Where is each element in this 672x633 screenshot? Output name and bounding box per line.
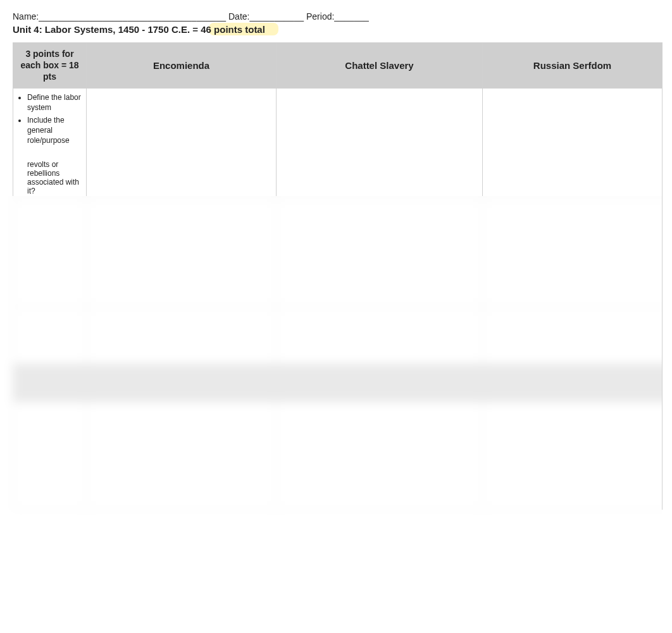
prompt-item: Define the labor system: [27, 92, 81, 113]
col-header-chattel: Chattel Slavery: [277, 43, 483, 89]
answer-cell: [277, 199, 483, 307]
answer-cell: [87, 199, 277, 307]
prompt-item: revolts or rebellions associated with it…: [18, 160, 81, 195]
col-header: [483, 364, 663, 402]
table-row: Define the labor system Include the gene…: [13, 88, 663, 199]
period-label: Period:_______: [306, 11, 369, 22]
row-prompt: [13, 402, 87, 509]
answer-cell: [87, 402, 277, 509]
prompt-item: Include the general role/purpose: [27, 115, 81, 146]
col-header-serfdom: Russian Serfdom: [483, 43, 663, 89]
answer-cell: [483, 402, 663, 509]
row-prompt: [13, 307, 87, 364]
answer-cell: [87, 88, 277, 199]
table-row: [13, 199, 663, 307]
table-header-row: 3 points for each box = 18 pts Encomiend…: [13, 43, 663, 89]
name-label: Name:___________________________________…: [13, 11, 226, 22]
points-header: [13, 364, 87, 402]
header-line: Name:___________________________________…: [13, 11, 672, 22]
answer-cell: [483, 199, 663, 307]
col-header-encomienda: Encomienda: [87, 43, 277, 89]
answer-cell: [277, 88, 483, 199]
answer-cell: [483, 307, 663, 364]
answer-cell: [277, 307, 483, 364]
date-label: Date:___________: [228, 11, 304, 22]
unit-title: Unit 4: Labor Systems, 1450 - 1750 C.E. …: [13, 24, 265, 35]
row-prompt: [13, 199, 87, 307]
labor-systems-table: 3 points for each box = 18 pts Encomiend…: [13, 42, 663, 510]
col-header: [277, 364, 483, 402]
answer-cell: [483, 88, 663, 199]
table-row: [13, 402, 663, 509]
row-prompt: Define the labor system Include the gene…: [13, 88, 87, 199]
answer-cell: [87, 307, 277, 364]
table-row: [13, 307, 663, 364]
table-header-row: [13, 364, 663, 402]
col-header: [87, 364, 277, 402]
points-header: 3 points for each box = 18 pts: [13, 43, 87, 89]
answer-cell: [277, 402, 483, 509]
